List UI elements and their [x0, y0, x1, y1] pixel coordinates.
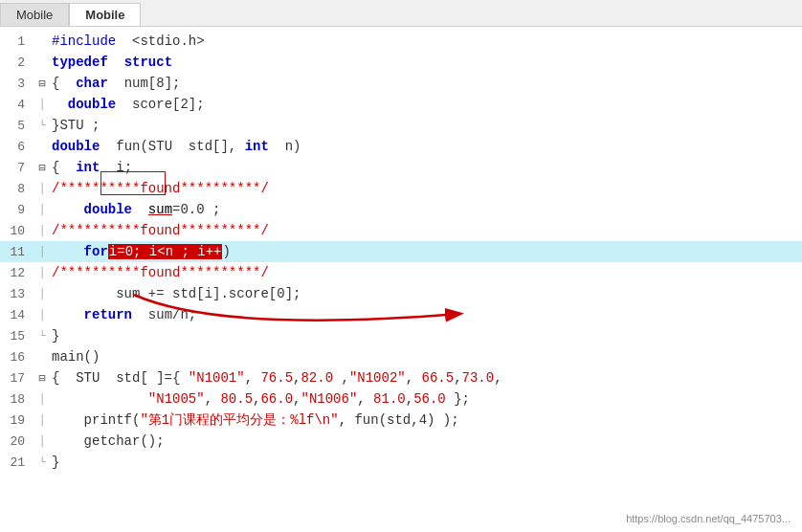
code-line-4: 4 │ double score[2]; — [0, 94, 802, 115]
code-line-21: 21 └ } — [0, 452, 802, 473]
code-line-12: 12 │ /**********found**********/ — [0, 262, 802, 283]
code-line-3: 3 ⊟ { char num[8]; — [0, 73, 802, 94]
code-line-16: 16 main() — [0, 346, 802, 367]
code-line-8: 8 │ /**********found**********/ — [0, 178, 802, 199]
code-line-2: 2 typedef struct — [0, 52, 802, 73]
code-line-6: 6 double fun(STU std[], int n) — [0, 136, 802, 157]
code-line-1: 1 #include <stdio.h> — [0, 31, 802, 52]
code-line-5: 5 └ }STU ; — [0, 115, 802, 136]
code-line-14: 14 │ return sum/n; — [0, 304, 802, 325]
tab-mobile-1[interactable]: Mobile — [0, 3, 69, 26]
code-line-19: 19 │ printf("第1门课程的平均分是：%lf\n", fun(std,… — [0, 410, 802, 431]
code-area: 1 #include <stdio.h> 2 typedef struct 3 … — [0, 27, 802, 477]
code-line-7: 7 ⊟ { int i; — [0, 157, 802, 178]
code-line-18: 18 │ "N1005", 80.5,66.0,"N1006", 81.0,56… — [0, 388, 802, 410]
code-line-9: 9 │ double sum=0.0 ; — [0, 199, 802, 220]
code-line-17: 17 ⊟ { STU std[ ]={ "N1001", 76.5,82.0 ,… — [0, 367, 802, 388]
code-line-10: 10 │ /**********found**********/ — [0, 220, 802, 241]
footer-url: https://blog.csdn.net/qq_4475703... — [626, 513, 791, 524]
code-line-11: 11 │ fori=0; i<n ; i++) — [0, 241, 802, 262]
tab-bar: Mobile Mobile — [0, 0, 802, 27]
tab-mobile-2[interactable]: Mobile — [69, 3, 141, 26]
code-line-15: 15 └ } — [0, 325, 802, 346]
code-line-13: 13 │ sum += std[i].score[0]; — [0, 283, 802, 304]
code-line-20: 20 │ getchar(); — [0, 431, 802, 452]
